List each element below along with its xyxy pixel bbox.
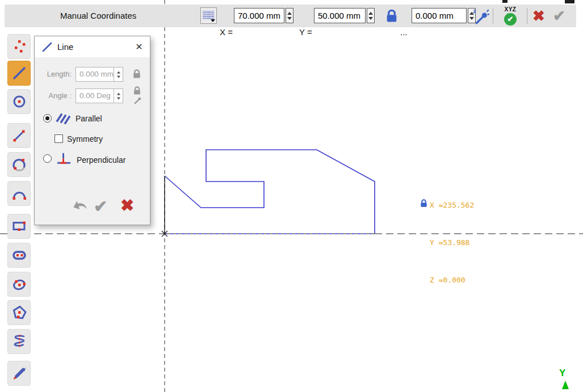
z-coordinate-input[interactable] [412, 8, 467, 23]
dialog-cancel-button[interactable]: ✖ [120, 196, 134, 215]
xyz-check-icon: ✔ [504, 13, 517, 26]
y-coordinate-value[interactable] [318, 11, 363, 20]
polygon-icon [11, 304, 28, 321]
xyz-label: XYZ [498, 6, 523, 12]
length-value[interactable] [79, 68, 114, 81]
z-pick-eyedropper-icon[interactable]: z [472, 7, 489, 25]
svg-text:z: z [473, 7, 476, 14]
spin-down-icon[interactable] [287, 17, 292, 20]
y-spinner[interactable] [367, 8, 375, 23]
tool-spiral-button[interactable] [7, 329, 31, 354]
circle-three-points-icon [11, 156, 28, 173]
obround-slot-icon [11, 247, 28, 264]
circle-center-icon [11, 93, 28, 110]
x-coordinate-input[interactable] [234, 8, 284, 23]
manual-coordinates-toolbar: Manual Coordinates X = Y = [5, 5, 576, 27]
window-fragment [502, 0, 507, 3]
spin-up-icon[interactable] [287, 12, 292, 15]
shape-outline[interactable] [165, 150, 375, 234]
y-coordinate-label: Y = [299, 21, 312, 44]
toolbar-title: Manual Coordinates [60, 5, 136, 27]
ellipse-icon [11, 276, 28, 293]
angle-value[interactable] [79, 89, 114, 103]
angle-input[interactable] [76, 88, 123, 103]
toolbar-separator [493, 8, 493, 24]
window-fragment [565, 0, 574, 3]
tool-points-button[interactable] [7, 34, 31, 59]
line-dialog-header: Line ✕ [35, 36, 150, 57]
length-lock-icon[interactable] [133, 69, 141, 79]
readout-z: Z =0.000 [430, 274, 474, 286]
spin-up-icon[interactable] [116, 71, 120, 73]
confirm-button[interactable]: ✔ [553, 6, 565, 26]
tool-rectangle-button[interactable] [7, 214, 31, 239]
tool-circle-center-button[interactable] [7, 89, 31, 114]
perpendicular-radio[interactable] [43, 154, 52, 163]
undo-button[interactable] [70, 197, 89, 217]
rectangle-icon [11, 218, 28, 235]
spin-down-icon[interactable] [368, 17, 373, 20]
ellipsis-label: ... [400, 21, 408, 44]
dialog-title: Line [57, 36, 73, 57]
readout-x: X =235.562 [430, 199, 474, 212]
x-spinner[interactable] [286, 8, 293, 23]
grid-snap-button[interactable] [200, 7, 217, 24]
spin-down-icon[interactable] [116, 97, 120, 99]
angle-spinner[interactable] [114, 89, 123, 103]
length-spinner[interactable] [114, 68, 123, 81]
spiral-icon [11, 333, 28, 350]
app-window: Manual Coordinates X = Y = [0, 0, 583, 392]
spin-down-icon[interactable] [116, 75, 120, 78]
perpendicular-icon [56, 151, 72, 166]
cursor-coordinate-readout: X =235.562 Y =53.988 Z =0.000 [430, 174, 474, 311]
readout-y: Y =53.988 [430, 237, 474, 249]
tool-line-two-points-button[interactable] [7, 123, 31, 148]
tool-freehand-sketch-button[interactable] [7, 361, 31, 386]
arc-icon [11, 185, 28, 202]
length-input[interactable] [76, 67, 123, 82]
spin-up-icon[interactable] [116, 92, 120, 95]
line-two-points-icon [11, 127, 28, 144]
angle-pick-eyedropper-icon[interactable] [133, 96, 142, 105]
x-coordinate-label: X = [220, 21, 233, 44]
symmetry-checkbox[interactable] [54, 134, 63, 143]
y-coordinate-input[interactable] [314, 8, 366, 23]
points-icon [11, 38, 28, 55]
symmetry-label: Symmetry [67, 134, 103, 144]
dialog-confirm-button[interactable]: ✔ [94, 197, 107, 216]
tool-circle-three-points-button[interactable] [7, 152, 31, 177]
toolbar-separator [527, 8, 527, 24]
perpendicular-label: Perpendicular [77, 155, 125, 165]
y-axis-indicator-arrow-icon [562, 381, 569, 389]
line-icon [11, 65, 28, 82]
angle-lock-icon[interactable] [133, 86, 141, 95]
z-coordinate-value[interactable] [416, 11, 464, 20]
tool-polygon-button[interactable] [7, 300, 31, 325]
tool-obround-slot-button[interactable] [7, 243, 31, 268]
angle-label: Angle : [35, 88, 72, 103]
y-axis-indicator-label: Y [559, 368, 565, 379]
length-label: Length: [35, 67, 72, 82]
parallel-icon [55, 111, 72, 126]
grid-dropdown-arrow-icon[interactable] [211, 19, 215, 22]
tool-arc-button[interactable] [7, 181, 31, 206]
pencil-icon [11, 365, 28, 382]
xyz-apply-button[interactable]: XYZ ✔ [498, 6, 523, 26]
readout-z-lock-icon [420, 199, 427, 208]
spin-up-icon[interactable] [368, 12, 373, 15]
cancel-button[interactable]: ✖ [532, 6, 545, 26]
line-dialog: Line ✕ Length: Angle : [34, 36, 150, 225]
parallel-label: Parallel [76, 114, 102, 123]
z-lock-icon[interactable] [386, 9, 397, 23]
dialog-close-button[interactable]: ✕ [132, 40, 146, 54]
parallel-radio[interactable] [43, 114, 52, 123]
line-dialog-icon [41, 41, 53, 53]
x-coordinate-value[interactable] [238, 11, 282, 20]
tool-ellipse-button[interactable] [7, 272, 31, 297]
tool-line-button[interactable] [7, 61, 31, 86]
